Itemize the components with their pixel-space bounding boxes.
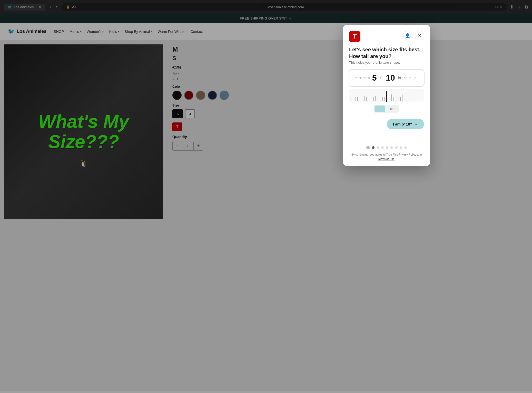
modal-close-button[interactable]: ✕ — [415, 31, 424, 40]
progress-dots — [349, 146, 424, 149]
modal-header: T 👤 ✕ — [349, 31, 424, 42]
height-ft-value: 5 — [371, 72, 378, 84]
close-icon: ✕ — [418, 33, 421, 38]
progress-dot-8 — [404, 146, 407, 149]
progress-dot-6 — [395, 146, 398, 149]
ruler-indicator — [386, 91, 387, 102]
footer-end: . — [395, 157, 395, 160]
confirm-height-button[interactable]: I am 5' 10" — [387, 119, 424, 129]
truefit-modal: T 👤 ✕ Let's see which size fits best. Ho… — [343, 25, 430, 166]
footer-and: and — [416, 153, 422, 156]
ruler[interactable] — [349, 89, 424, 102]
modal-logo: T — [349, 31, 360, 42]
modal-header-actions: 👤 ✕ — [403, 31, 424, 40]
progress-dot-3 — [381, 146, 384, 149]
unit-cm-button[interactable]: cm — [386, 106, 398, 112]
progress-dot-4 — [386, 146, 388, 149]
modal-subtitle: This helps your profile take shape. — [349, 61, 424, 64]
footer-text1: By continuing, you agree to True Fit's — [351, 153, 399, 156]
terms-of-use-link[interactable]: Terms of Use — [378, 157, 395, 160]
height-ft-unit: ft — [378, 75, 385, 81]
modal-footer: By continuing, you agree to True Fit's P… — [349, 152, 424, 161]
modal-overlay[interactable] — [0, 0, 532, 391]
unit-in-button[interactable]: in — [375, 106, 385, 112]
progress-dot-5 — [390, 146, 393, 149]
height-after1: 5' 9" — [403, 75, 412, 81]
height-scroll: 5' 9" 5' 0 5 ft 10 in 5' 9" 6 — [354, 72, 419, 84]
modal-title: Let's see which size fits best. How tall… — [349, 46, 424, 60]
progress-dot-2 — [377, 146, 379, 149]
progress-dot-0 — [366, 146, 370, 149]
height-before2: 5' 9" — [354, 75, 363, 81]
progress-dot-7 — [400, 146, 402, 149]
progress-dot-1 — [372, 146, 375, 149]
height-in-unit: in — [396, 75, 403, 81]
unit-toggle: in cm — [374, 105, 399, 113]
confirm-label: I am 5' 10" — [393, 122, 412, 126]
height-after2: 6 — [412, 75, 419, 81]
privacy-policy-link[interactable]: Privacy Policy — [399, 153, 416, 156]
height-display[interactable]: 5' 9" 5' 0 5 ft 10 in 5' 9" 6 — [349, 70, 424, 86]
account-icon: 👤 — [405, 33, 410, 38]
modal-account-button[interactable]: 👤 — [403, 31, 412, 40]
height-in-value: 10 — [385, 72, 396, 84]
height-before1: 5' 0 — [363, 75, 371, 81]
